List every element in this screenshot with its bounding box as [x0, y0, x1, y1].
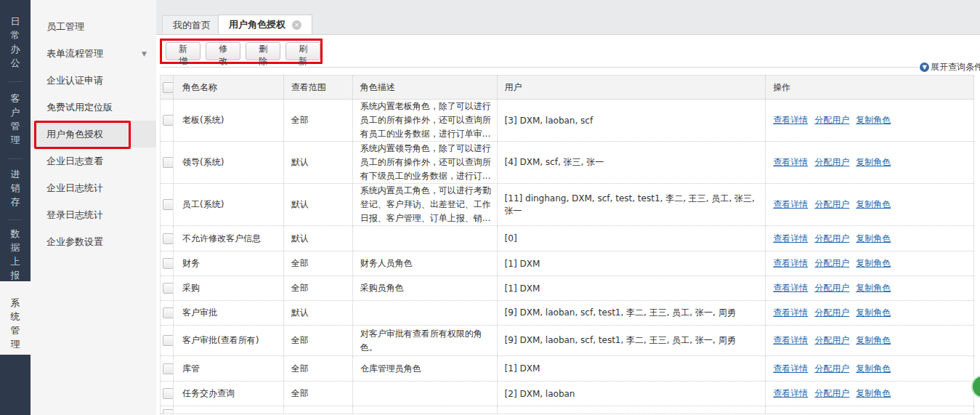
table-row: 任务交办查询全部[2] DXM, laoban查看详情分配用户复制角色: [161, 382, 974, 406]
action-link-assign-users[interactable]: 分配用户: [814, 114, 849, 126]
menu-item-4[interactable]: 免费试用定位版: [31, 94, 156, 121]
role-desc-cell: 系统内置老板角色，除了可以进行员工的所有操作外，还可以查询所有员工的业务数据，进…: [353, 100, 498, 141]
action-link-assign-users[interactable]: 分配用户: [814, 334, 849, 347]
action-link-assign-users[interactable]: 分配用户: [814, 198, 849, 211]
action-link-copy-role[interactable]: 复制角色: [856, 282, 891, 294]
rail-category-1[interactable]: 日常办公: [0, 15, 31, 70]
row-checkbox-cell: [161, 356, 174, 381]
tab-2[interactable]: 用户角色授权×: [218, 15, 312, 34]
menu-item-label: 企业参数设置: [46, 236, 103, 247]
scope-cell: 默认: [284, 142, 353, 183]
row-checkbox[interactable]: [163, 115, 174, 126]
row-checkbox[interactable]: [163, 199, 174, 210]
users-cell: [1] DXM: [498, 251, 766, 275]
users-cell: [9] DXM, laoban, scf, test1, 李二, 王三, 员工,…: [498, 326, 766, 355]
role-name-cell: [174, 406, 284, 414]
role-desc-cell: 系统内置员工角色，可以进行考勤登记、客户拜访、出差登记、工作日报、客户管理、订单…: [353, 184, 498, 225]
action-link-copy-role[interactable]: 复制角色: [856, 198, 891, 211]
action-link-assign-users[interactable]: 分配用户: [814, 307, 849, 319]
action-link-copy-role[interactable]: 复制角色: [856, 156, 891, 169]
action-link-assign-users[interactable]: 分配用户: [814, 233, 849, 245]
row-checkbox[interactable]: [163, 409, 174, 414]
delete-button[interactable]: 删除: [246, 42, 280, 60]
menu-item-9[interactable]: 企业参数设置: [31, 228, 156, 255]
rail-category-2[interactable]: 客户管理: [0, 92, 31, 147]
role-desc-cell: [353, 406, 498, 414]
scope-cell: [284, 406, 353, 414]
menu-item-5[interactable]: 用户角色授权: [31, 121, 156, 148]
actions-cell: 查看详情分配用户复制角色: [766, 276, 974, 300]
row-checkbox[interactable]: [163, 283, 174, 294]
menu-item-3[interactable]: 企业认证申请: [31, 67, 156, 94]
action-link-assign-users[interactable]: 分配用户: [814, 363, 849, 375]
action-link-view-detail[interactable]: 查看详情: [773, 387, 808, 400]
action-link-copy-role[interactable]: 复制角色: [856, 363, 891, 375]
close-icon[interactable]: ×: [292, 20, 301, 30]
row-checkbox[interactable]: [163, 307, 174, 318]
menu-item-2[interactable]: 表单流程管理▼: [31, 40, 156, 67]
action-link-view-detail[interactable]: 查看详情: [773, 156, 808, 169]
action-link-view-detail[interactable]: 查看详情: [773, 233, 808, 245]
action-link-copy-role[interactable]: 复制角色: [856, 233, 891, 245]
role-name-cell: 任务交办查询: [174, 382, 284, 406]
users-cell: [0]: [498, 226, 766, 251]
rail-category-4[interactable]: 数据上报: [0, 227, 31, 282]
category-rail: 日常办公客户管理进销存数据上报系统管理: [0, 0, 31, 415]
action-link-copy-role[interactable]: 复制角色: [856, 334, 891, 347]
refresh-button[interactable]: 刷新: [286, 42, 320, 60]
row-checkbox-cell: [161, 326, 174, 355]
action-link-copy-role[interactable]: 复制角色: [856, 257, 891, 270]
tab-1[interactable]: 我的首页: [162, 15, 222, 34]
expand-query-toggle[interactable]: ▼ 展开查询条件: [920, 61, 980, 73]
scope-cell: 默认: [284, 226, 353, 251]
action-link-copy-role[interactable]: 复制角色: [856, 114, 891, 126]
main-content: 我的首页用户角色授权× 新增修改删除刷新 ▼ 展开查询条件 角色名称查看范围角色…: [156, 0, 980, 415]
menu-item-6[interactable]: 企业日志查看: [31, 148, 156, 174]
menu-item-label: 企业日志查看: [46, 156, 103, 166]
rail-category-3[interactable]: 进销存: [0, 167, 31, 209]
action-link-view-detail[interactable]: 查看详情: [773, 307, 808, 319]
action-link-assign-users[interactable]: 分配用户: [814, 282, 849, 294]
actions-cell: 查看详情分配用户复制角色: [766, 251, 974, 275]
actions-cell: 查看详情分配用户复制角色: [766, 326, 974, 355]
row-checkbox[interactable]: [163, 335, 174, 346]
users-cell: [2] DXM, laoban: [498, 382, 766, 406]
action-link-view-detail[interactable]: 查看详情: [773, 363, 808, 375]
menu-item-7[interactable]: 企业日志统计: [31, 174, 156, 201]
row-checkbox-cell: [161, 301, 174, 325]
menu-item-label: 企业日志统计: [46, 182, 103, 193]
action-link-view-detail[interactable]: 查看详情: [773, 114, 808, 126]
action-link-view-detail[interactable]: 查看详情: [773, 198, 808, 211]
column-header-1: 角色名称: [174, 76, 284, 99]
role-desc-cell: 仓库管理员角色: [353, 356, 498, 381]
row-checkbox[interactable]: [163, 157, 174, 168]
row-checkbox[interactable]: [163, 258, 174, 269]
actions-cell: 查看详情分配用户复制角色: [766, 226, 974, 251]
edit-button[interactable]: 修改: [206, 42, 240, 60]
role-name-cell: 采购: [174, 276, 284, 300]
action-link-assign-users[interactable]: 分配用户: [814, 257, 849, 270]
action-link-view-detail[interactable]: 查看详情: [773, 257, 808, 270]
menu-item-8[interactable]: 登录日志统计: [31, 201, 156, 228]
action-link-copy-role[interactable]: 复制角色: [856, 307, 891, 319]
menu-item-label: 登录日志统计: [46, 209, 103, 220]
column-header-3: 角色描述: [353, 76, 498, 99]
action-link-view-detail[interactable]: 查看详情: [773, 282, 808, 294]
row-checkbox-cell: [161, 406, 174, 414]
rail-category-label: 数据上报: [10, 227, 20, 282]
menu-item-1[interactable]: 员工管理: [31, 13, 156, 40]
actions-cell: 查看详情分配用户复制角色: [766, 382, 974, 406]
action-link-copy-role[interactable]: 复制角色: [856, 387, 891, 400]
actions-cell: 查看详情分配用户复制角色: [766, 142, 974, 183]
rail-category-5[interactable]: 系统管理: [0, 281, 31, 355]
row-checkbox[interactable]: [163, 363, 174, 374]
rail-divider: [8, 158, 23, 159]
row-checkbox[interactable]: [163, 233, 174, 244]
action-link-assign-users[interactable]: 分配用户: [814, 156, 849, 169]
add-button[interactable]: 新增: [166, 42, 201, 60]
select-all-checkbox[interactable]: [163, 82, 174, 93]
action-link-assign-users[interactable]: 分配用户: [814, 387, 849, 400]
action-link-view-detail[interactable]: 查看详情: [773, 334, 808, 347]
rail-category-label: 客户管理: [10, 92, 20, 147]
row-checkbox[interactable]: [163, 388, 174, 399]
